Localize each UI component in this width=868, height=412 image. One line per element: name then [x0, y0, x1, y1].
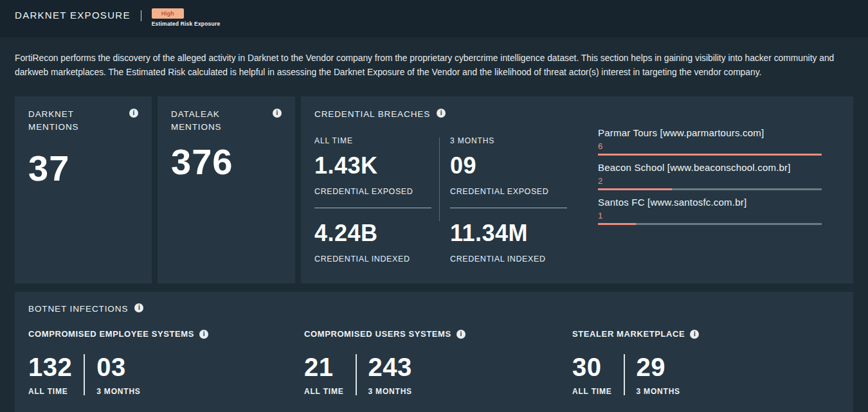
stat-divider — [356, 354, 357, 395]
breach-bar-track — [598, 223, 822, 225]
section-header: STEALER MARKETPLACE — [572, 329, 840, 339]
breach-source-name: Beacon School [www.beaconschool.com.br] — [598, 162, 822, 173]
breach-source-value: 2 — [598, 176, 822, 186]
breach-source-value: 6 — [598, 141, 822, 151]
three-months-stat: 243 3 MONTHS — [368, 354, 412, 396]
compromised-users-systems-section: COMPROMISED USERS SYSTEMS 21 ALL TIME 24… — [304, 329, 572, 396]
risk-badge: High — [152, 8, 184, 19]
breach-source-name: Parmar Tours [www.parmartours.com] — [598, 127, 822, 138]
credential-all-time-column: ALL TIME 1.43K CREDENTIAL EXPOSED 4.24B … — [314, 121, 431, 264]
dataleak-mentions-card: DATALEAK MENTIONS 376 — [158, 96, 295, 283]
three-months-value: 243 — [368, 354, 412, 380]
stats-row: 21 ALL TIME 243 3 MONTHS — [304, 354, 572, 396]
breach-source-value: 1 — [598, 211, 822, 220]
credential-breaches-title: CREDENTIAL BREACHES — [314, 108, 430, 121]
all-time-label: ALL TIME — [28, 387, 72, 396]
three-months-exposed-value: 09 — [450, 154, 567, 177]
three-months-indexed-value: 11.34M — [450, 222, 567, 245]
section-header: COMPROMISED EMPLOYEE SYSTEMS — [28, 329, 304, 339]
credential-breaches-header: CREDENTIAL BREACHES — [314, 108, 840, 121]
info-icon[interactable] — [129, 109, 138, 118]
horizontal-divider — [314, 208, 431, 208]
botnet-infections-header: BOTNET INFECTIONS — [28, 303, 840, 316]
info-icon[interactable] — [690, 330, 699, 339]
breach-bar-fill — [598, 154, 822, 156]
title-divider — [141, 10, 141, 21]
stealer-marketplace-section: STEALER MARKETPLACE 30 ALL TIME 29 3 MON… — [572, 329, 840, 396]
breach-source-name: Santos FC [www.santosfc.com.br] — [598, 197, 822, 208]
section-description: FortiRecon performs the discovery of the… — [15, 51, 845, 80]
all-time-exposed-value: 1.43K — [314, 154, 431, 177]
botnet-infections-card: BOTNET INFECTIONS COMPROMISED EMPLOYEE S… — [15, 292, 853, 412]
section-title: STEALER MARKETPLACE — [572, 329, 685, 339]
darknet-mentions-title: DARKNET MENTIONS — [28, 108, 123, 134]
three-months-stat: 29 3 MONTHS — [637, 354, 680, 396]
info-icon[interactable] — [457, 330, 466, 339]
info-icon[interactable] — [437, 109, 446, 118]
stat-divider — [624, 354, 625, 395]
all-time-label: ALL TIME — [314, 136, 431, 145]
estimated-risk: High Estimated Risk Exposure — [152, 8, 221, 27]
compromised-employee-systems-section: COMPROMISED EMPLOYEE SYSTEMS 132 ALL TIM… — [28, 329, 304, 396]
credential-breaches-body: ALL TIME 1.43K CREDENTIAL EXPOSED 4.24B … — [314, 121, 840, 264]
three-months-label: 3 MONTHS — [96, 387, 140, 396]
darknet-mentions-card: DARKNET MENTIONS 37 — [15, 96, 152, 283]
darknet-mentions-value: 37 — [28, 150, 138, 186]
three-months-exposed-label: CREDENTIAL EXPOSED — [450, 187, 567, 196]
three-months-stat: 03 3 MONTHS — [96, 354, 140, 396]
all-time-indexed-value: 4.24B — [314, 222, 431, 245]
breach-source-item: Parmar Tours [www.parmartours.com] 6 — [598, 127, 822, 156]
credential-three-months-column: 3 MONTHS 09 CREDENTIAL EXPOSED 11.34M CR… — [450, 121, 567, 264]
all-time-value: 30 — [572, 354, 612, 380]
botnet-sections: COMPROMISED EMPLOYEE SYSTEMS 132 ALL TIM… — [28, 329, 840, 396]
info-icon[interactable] — [273, 109, 282, 118]
three-months-label: 3 MONTHS — [637, 387, 680, 396]
breach-bar-fill — [598, 223, 636, 225]
all-time-value: 21 — [304, 354, 344, 380]
breach-bar-fill — [598, 188, 672, 190]
three-months-value: 29 — [637, 354, 680, 380]
three-months-value: 03 — [96, 354, 140, 380]
all-time-exposed-label: CREDENTIAL EXPOSED — [314, 187, 431, 196]
stats-row: 132 ALL TIME 03 3 MONTHS — [28, 354, 304, 396]
breach-bar-track — [598, 188, 822, 190]
breach-bar-track — [598, 154, 822, 156]
section-title: COMPROMISED USERS SYSTEMS — [304, 329, 451, 339]
stats-row: 30 ALL TIME 29 3 MONTHS — [572, 354, 840, 396]
info-icon[interactable] — [134, 303, 143, 312]
all-time-stat: 132 ALL TIME — [28, 354, 72, 396]
breach-source-item: Beacon School [www.beaconschool.com.br] … — [598, 162, 822, 190]
darknet-mentions-header: DARKNET MENTIONS — [28, 108, 138, 134]
page-header: DARKNET EXPOSURE High Estimated Risk Exp… — [0, 0, 868, 37]
vertical-divider — [439, 138, 440, 221]
dataleak-mentions-value: 376 — [171, 144, 282, 180]
breach-sources-list: Parmar Tours [www.parmartours.com] 6 Bea… — [598, 127, 822, 264]
summary-cards-row: DARKNET MENTIONS 37 DATALEAK MENTIONS 37… — [15, 96, 853, 283]
dataleak-mentions-title: DATALEAK MENTIONS — [171, 108, 251, 134]
all-time-indexed-label: CREDENTIAL INDEXED — [314, 255, 431, 264]
info-icon[interactable] — [199, 330, 208, 339]
credential-breaches-card: CREDENTIAL BREACHES ALL TIME 1.43K CREDE… — [301, 96, 853, 283]
all-time-stat: 21 ALL TIME — [304, 354, 344, 396]
section-header: COMPROMISED USERS SYSTEMS — [304, 329, 572, 339]
section-title: COMPROMISED EMPLOYEE SYSTEMS — [28, 329, 194, 339]
all-time-stat: 30 ALL TIME — [572, 354, 612, 396]
dataleak-mentions-header: DATALEAK MENTIONS — [171, 108, 282, 134]
stat-divider — [84, 354, 85, 395]
botnet-infections-title: BOTNET INFECTIONS — [28, 303, 128, 316]
all-time-value: 132 — [28, 354, 72, 380]
all-time-label: ALL TIME — [304, 387, 344, 396]
risk-badge-caption: Estimated Risk Exposure — [152, 21, 221, 27]
page-title: DARKNET EXPOSURE — [15, 8, 131, 21]
horizontal-divider — [450, 208, 567, 208]
three-months-indexed-label: CREDENTIAL INDEXED — [450, 255, 567, 264]
three-months-label: 3 MONTHS — [368, 387, 412, 396]
breach-source-item: Santos FC [www.santosfc.com.br] 1 — [598, 197, 822, 225]
all-time-label: ALL TIME — [572, 387, 612, 396]
three-months-label: 3 MONTHS — [450, 136, 567, 145]
